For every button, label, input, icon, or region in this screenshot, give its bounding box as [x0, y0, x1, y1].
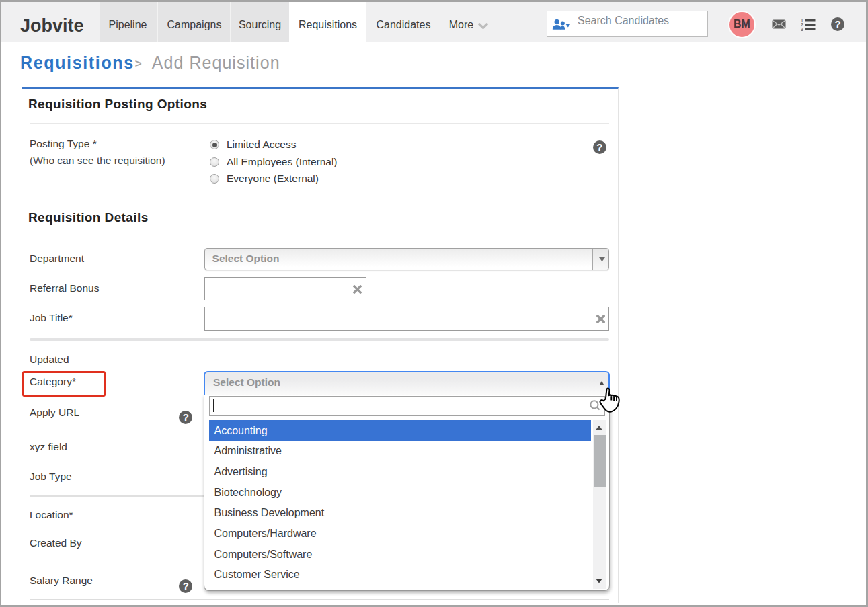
- svg-text:3: 3: [801, 26, 803, 31]
